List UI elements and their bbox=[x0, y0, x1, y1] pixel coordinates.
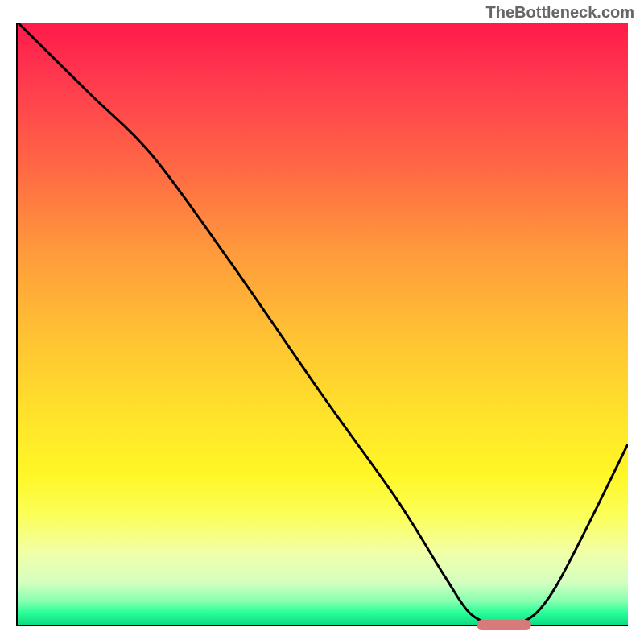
bottleneck-curve-line bbox=[18, 23, 628, 625]
optimum-marker bbox=[477, 620, 531, 630]
plot-area bbox=[16, 23, 628, 626]
curve-svg bbox=[18, 23, 628, 625]
watermark-text: TheBottleneck.com bbox=[486, 3, 634, 22]
